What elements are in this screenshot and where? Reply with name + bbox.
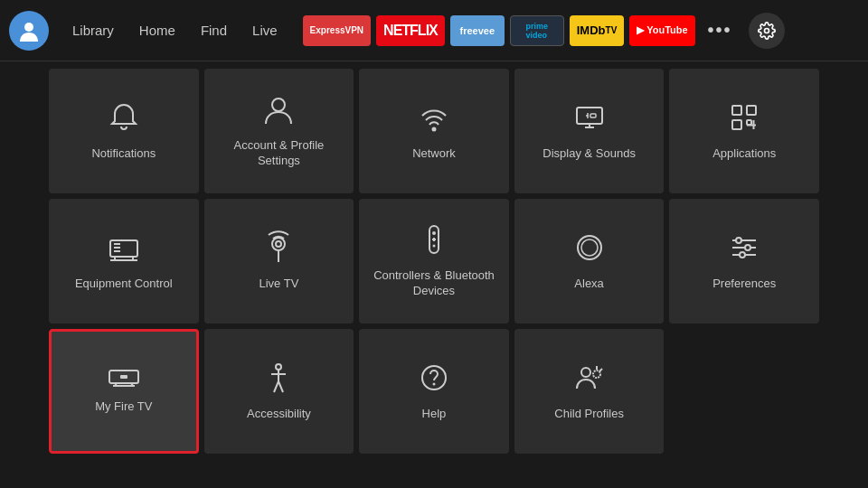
svg-rect-6 bbox=[732, 106, 741, 115]
tile-display[interactable]: Display & Sounds bbox=[514, 69, 665, 193]
tile-livetv-label: Live TV bbox=[259, 277, 298, 292]
app-imdb[interactable]: IMDbTV bbox=[570, 15, 625, 46]
tile-network[interactable]: Network bbox=[359, 69, 509, 193]
tile-preferences-label: Preferences bbox=[712, 277, 776, 292]
svg-rect-39 bbox=[120, 375, 127, 379]
svg-point-0 bbox=[24, 23, 33, 32]
tile-equipment[interactable]: Equipment Control bbox=[49, 199, 199, 324]
svg-point-23 bbox=[432, 231, 436, 235]
app-icons: ExpressVPN NETFLIX freevee primevideo IM… bbox=[303, 13, 859, 49]
svg-point-40 bbox=[276, 364, 281, 370]
svg-rect-4 bbox=[577, 108, 602, 124]
svg-point-1 bbox=[764, 28, 769, 33]
tile-childprofiles[interactable]: Child Profiles bbox=[514, 329, 665, 454]
bell-icon bbox=[108, 101, 140, 137]
tile-account-label: Account & Profile Settings bbox=[212, 138, 347, 169]
nav-find[interactable]: Find bbox=[188, 15, 240, 45]
nav-library[interactable]: Library bbox=[60, 15, 127, 45]
svg-rect-8 bbox=[732, 120, 741, 129]
tile-myfiretv-label: My Fire TV bbox=[95, 399, 152, 415]
alexa-icon bbox=[573, 231, 606, 267]
topnav: Library Home Find Live ExpressVPN NETFLI… bbox=[0, 0, 868, 61]
svg-point-32 bbox=[736, 238, 741, 243]
svg-point-34 bbox=[740, 252, 745, 258]
settings-grid-container: Notifications Account & Profile Settings bbox=[0, 61, 868, 461]
avatar[interactable] bbox=[9, 11, 49, 51]
tile-accessibility[interactable]: Accessibility bbox=[204, 329, 354, 454]
svg-point-45 bbox=[422, 366, 446, 389]
svg-point-28 bbox=[581, 239, 598, 256]
tile-help-label: Help bbox=[422, 407, 447, 422]
app-expressvpn[interactable]: ExpressVPN bbox=[303, 15, 371, 46]
svg-point-47 bbox=[581, 368, 590, 377]
tile-notifications-label: Notifications bbox=[91, 146, 156, 162]
firetv-icon bbox=[108, 369, 140, 390]
settings-grid: Notifications Account & Profile Settings bbox=[49, 69, 819, 454]
accessibility-icon bbox=[262, 361, 295, 398]
nav-links: Library Home Find Live bbox=[60, 15, 290, 45]
app-prime[interactable]: primevideo bbox=[510, 15, 564, 46]
sliders-icon bbox=[728, 231, 760, 267]
more-apps-button[interactable]: ••• bbox=[701, 15, 740, 46]
svg-point-19 bbox=[272, 238, 285, 250]
svg-rect-7 bbox=[747, 106, 756, 115]
person-icon bbox=[262, 93, 295, 129]
tile-applications-label: Applications bbox=[712, 146, 776, 162]
tile-equipment-label: Equipment Control bbox=[75, 277, 173, 292]
svg-rect-9 bbox=[747, 120, 751, 125]
apps-icon bbox=[728, 101, 760, 137]
nav-home[interactable]: Home bbox=[127, 15, 188, 45]
tile-network-label: Network bbox=[412, 146, 456, 162]
display-icon bbox=[573, 101, 606, 137]
svg-point-33 bbox=[745, 245, 750, 250]
svg-point-26 bbox=[432, 245, 435, 248]
svg-point-48 bbox=[593, 371, 600, 378]
wifi-icon bbox=[418, 101, 450, 137]
svg-line-50 bbox=[599, 369, 602, 371]
svg-point-46 bbox=[432, 382, 435, 385]
svg-line-44 bbox=[278, 381, 283, 392]
tile-account[interactable]: Account & Profile Settings bbox=[204, 69, 354, 193]
tile-accessibility-label: Accessibility bbox=[247, 407, 311, 422]
svg-point-20 bbox=[276, 241, 281, 247]
remote-icon bbox=[418, 223, 450, 259]
tile-livetv[interactable]: Live TV bbox=[204, 199, 354, 324]
tile-myfiretv[interactable]: My Fire TV bbox=[49, 329, 199, 454]
tile-preferences[interactable]: Preferences bbox=[669, 199, 819, 324]
tile-controllers[interactable]: Controllers & Bluetooth Devices bbox=[359, 199, 509, 324]
app-youtube[interactable]: ▶ YouTube bbox=[629, 15, 694, 46]
tile-applications[interactable]: Applications bbox=[669, 69, 819, 193]
svg-line-43 bbox=[274, 381, 278, 392]
svg-rect-5 bbox=[590, 114, 596, 117]
childprofiles-icon bbox=[573, 361, 606, 398]
nav-live[interactable]: Live bbox=[240, 15, 290, 45]
help-icon bbox=[418, 361, 450, 398]
settings-button[interactable] bbox=[749, 13, 785, 49]
tile-display-label: Display & Sounds bbox=[542, 146, 636, 162]
svg-point-3 bbox=[432, 127, 435, 130]
tile-alexa-label: Alexa bbox=[574, 277, 604, 292]
tile-childprofiles-label: Child Profiles bbox=[554, 407, 624, 422]
tile-alexa[interactable]: Alexa bbox=[514, 199, 665, 324]
svg-point-2 bbox=[272, 99, 285, 111]
tv-icon bbox=[108, 231, 140, 267]
app-netflix[interactable]: NETFLIX bbox=[376, 15, 445, 46]
empty-cell bbox=[669, 329, 819, 454]
app-freevee[interactable]: freevee bbox=[450, 15, 505, 46]
antenna-icon bbox=[262, 231, 295, 267]
tile-help[interactable]: Help bbox=[359, 329, 509, 454]
tile-controllers-label: Controllers & Bluetooth Devices bbox=[366, 268, 502, 299]
tile-notifications[interactable]: Notifications bbox=[49, 69, 199, 193]
